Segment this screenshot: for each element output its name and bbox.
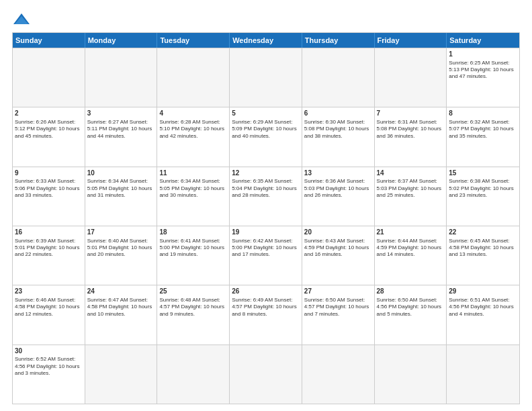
calendar-cell: [157, 345, 230, 404]
cell-sun-info: Sunrise: 6:47 AM Sunset: 4:58 PM Dayligh…: [87, 297, 155, 318]
cell-sun-info: Sunrise: 6:46 AM Sunset: 4:58 PM Dayligh…: [15, 297, 83, 318]
day-number: 15: [449, 169, 517, 178]
calendar-cell: [302, 48, 375, 107]
weekday-header: Saturday: [447, 33, 519, 48]
day-number: 23: [15, 287, 83, 296]
cell-sun-info: Sunrise: 6:25 AM Sunset: 5:13 PM Dayligh…: [449, 60, 517, 81]
calendar-cell: 3Sunrise: 6:27 AM Sunset: 5:11 PM Daylig…: [85, 107, 158, 166]
day-number: 2: [15, 109, 83, 118]
cell-sun-info: Sunrise: 6:36 AM Sunset: 5:03 PM Dayligh…: [304, 178, 372, 199]
calendar-cell: [85, 48, 158, 107]
calendar-cell: 6Sunrise: 6:30 AM Sunset: 5:08 PM Daylig…: [302, 107, 375, 166]
day-number: 12: [232, 169, 300, 178]
calendar-cell: 16Sunrise: 6:39 AM Sunset: 5:01 PM Dayli…: [13, 226, 85, 285]
calendar-cell: [85, 345, 158, 404]
day-number: 26: [232, 287, 300, 296]
cell-sun-info: Sunrise: 6:38 AM Sunset: 5:02 PM Dayligh…: [449, 178, 517, 199]
calendar-cell: [230, 48, 302, 107]
calendar-cell: 24Sunrise: 6:47 AM Sunset: 4:58 PM Dayli…: [85, 285, 158, 344]
cell-sun-info: Sunrise: 6:33 AM Sunset: 5:06 PM Dayligh…: [15, 178, 83, 199]
day-number: 16: [15, 228, 83, 237]
calendar-cell: 28Sunrise: 6:50 AM Sunset: 4:56 PM Dayli…: [375, 285, 447, 344]
calendar-row: 16Sunrise: 6:39 AM Sunset: 5:01 PM Dayli…: [13, 226, 519, 285]
cell-sun-info: Sunrise: 6:49 AM Sunset: 4:57 PM Dayligh…: [232, 297, 300, 318]
day-number: 8: [449, 109, 517, 118]
day-number: 11: [159, 169, 227, 178]
cell-sun-info: Sunrise: 6:37 AM Sunset: 5:03 PM Dayligh…: [377, 178, 445, 199]
calendar-cell: 14Sunrise: 6:37 AM Sunset: 5:03 PM Dayli…: [375, 167, 447, 226]
day-number: 29: [449, 287, 517, 296]
weekday-header: Friday: [375, 33, 447, 48]
cell-sun-info: Sunrise: 6:50 AM Sunset: 4:56 PM Dayligh…: [377, 297, 445, 318]
day-number: 20: [304, 228, 372, 237]
day-number: 25: [159, 287, 227, 296]
cell-sun-info: Sunrise: 6:31 AM Sunset: 5:08 PM Dayligh…: [377, 119, 445, 140]
cell-sun-info: Sunrise: 6:41 AM Sunset: 5:00 PM Dayligh…: [159, 238, 227, 259]
page: SundayMondayTuesdayWednesdayThursdayFrid…: [0, 0, 532, 411]
day-number: 5: [232, 109, 300, 118]
calendar-cell: 7Sunrise: 6:31 AM Sunset: 5:08 PM Daylig…: [375, 107, 447, 166]
calendar-cell: 11Sunrise: 6:34 AM Sunset: 5:05 PM Dayli…: [157, 167, 230, 226]
cell-sun-info: Sunrise: 6:45 AM Sunset: 4:58 PM Dayligh…: [449, 238, 517, 259]
calendar-cell: [375, 48, 447, 107]
day-number: 30: [15, 347, 83, 356]
calendar-cell: 15Sunrise: 6:38 AM Sunset: 5:02 PM Dayli…: [447, 167, 519, 226]
day-number: 19: [232, 228, 300, 237]
day-number: 13: [304, 169, 372, 178]
day-number: 1: [449, 50, 517, 59]
calendar-cell: 2Sunrise: 6:26 AM Sunset: 5:12 PM Daylig…: [13, 107, 85, 166]
logo-icon: [12, 12, 31, 27]
day-number: 17: [87, 228, 155, 237]
day-number: 18: [159, 228, 227, 237]
day-number: 6: [304, 109, 372, 118]
calendar-cell: 26Sunrise: 6:49 AM Sunset: 4:57 PM Dayli…: [230, 285, 302, 344]
weekday-header: Tuesday: [157, 33, 230, 48]
calendar-cell: 1Sunrise: 6:25 AM Sunset: 5:13 PM Daylig…: [447, 48, 519, 107]
calendar-cell: 10Sunrise: 6:34 AM Sunset: 5:05 PM Dayli…: [85, 167, 158, 226]
calendar-cell: 22Sunrise: 6:45 AM Sunset: 4:58 PM Dayli…: [447, 226, 519, 285]
calendar-cell: 19Sunrise: 6:42 AM Sunset: 5:00 PM Dayli…: [230, 226, 302, 285]
calendar-header: SundayMondayTuesdayWednesdayThursdayFrid…: [13, 33, 519, 48]
calendar-cell: 18Sunrise: 6:41 AM Sunset: 5:00 PM Dayli…: [157, 226, 230, 285]
cell-sun-info: Sunrise: 6:28 AM Sunset: 5:10 PM Dayligh…: [159, 119, 227, 140]
cell-sun-info: Sunrise: 6:27 AM Sunset: 5:11 PM Dayligh…: [87, 119, 155, 140]
day-number: 14: [377, 169, 445, 178]
calendar-row: 23Sunrise: 6:46 AM Sunset: 4:58 PM Dayli…: [13, 285, 519, 344]
calendar-cell: [157, 48, 230, 107]
day-number: 3: [87, 109, 155, 118]
calendar-cell: 27Sunrise: 6:50 AM Sunset: 4:57 PM Dayli…: [302, 285, 375, 344]
calendar-cell: 13Sunrise: 6:36 AM Sunset: 5:03 PM Dayli…: [302, 167, 375, 226]
cell-sun-info: Sunrise: 6:44 AM Sunset: 4:59 PM Dayligh…: [377, 238, 445, 259]
day-number: 7: [377, 109, 445, 118]
calendar-cell: 9Sunrise: 6:33 AM Sunset: 5:06 PM Daylig…: [13, 167, 85, 226]
calendar-cell: [447, 345, 519, 404]
calendar-cell: 4Sunrise: 6:28 AM Sunset: 5:10 PM Daylig…: [157, 107, 230, 166]
calendar: SundayMondayTuesdayWednesdayThursdayFrid…: [12, 32, 520, 404]
day-number: 24: [87, 287, 155, 296]
calendar-row: 30Sunrise: 6:52 AM Sunset: 4:56 PM Dayli…: [13, 345, 519, 404]
day-number: 21: [377, 228, 445, 237]
calendar-cell: 12Sunrise: 6:35 AM Sunset: 5:04 PM Dayli…: [230, 167, 302, 226]
cell-sun-info: Sunrise: 6:29 AM Sunset: 5:09 PM Dayligh…: [232, 119, 300, 140]
day-number: 28: [377, 287, 445, 296]
cell-sun-info: Sunrise: 6:43 AM Sunset: 4:59 PM Dayligh…: [304, 238, 372, 259]
cell-sun-info: Sunrise: 6:50 AM Sunset: 4:57 PM Dayligh…: [304, 297, 372, 318]
cell-sun-info: Sunrise: 6:40 AM Sunset: 5:01 PM Dayligh…: [87, 238, 155, 259]
cell-sun-info: Sunrise: 6:30 AM Sunset: 5:08 PM Dayligh…: [304, 119, 372, 140]
calendar-cell: 20Sunrise: 6:43 AM Sunset: 4:59 PM Dayli…: [302, 226, 375, 285]
day-number: 22: [449, 228, 517, 237]
day-number: 9: [15, 169, 83, 178]
weekday-header: Wednesday: [230, 33, 302, 48]
cell-sun-info: Sunrise: 6:39 AM Sunset: 5:01 PM Dayligh…: [15, 238, 83, 259]
cell-sun-info: Sunrise: 6:34 AM Sunset: 5:05 PM Dayligh…: [159, 178, 227, 199]
calendar-cell: 23Sunrise: 6:46 AM Sunset: 4:58 PM Dayli…: [13, 285, 85, 344]
weekday-header: Sunday: [13, 33, 85, 48]
weekday-header: Thursday: [302, 33, 375, 48]
weekday-header: Monday: [85, 33, 158, 48]
day-number: 10: [87, 169, 155, 178]
cell-sun-info: Sunrise: 6:51 AM Sunset: 4:56 PM Dayligh…: [449, 297, 517, 318]
cell-sun-info: Sunrise: 6:34 AM Sunset: 5:05 PM Dayligh…: [87, 178, 155, 199]
day-number: 27: [304, 287, 372, 296]
calendar-cell: [13, 48, 85, 107]
calendar-cell: 25Sunrise: 6:48 AM Sunset: 4:57 PM Dayli…: [157, 285, 230, 344]
